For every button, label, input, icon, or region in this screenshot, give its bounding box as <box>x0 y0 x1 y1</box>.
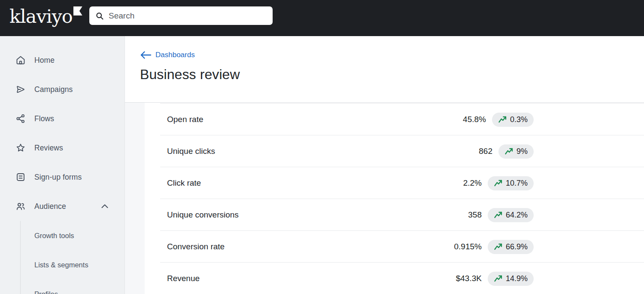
chevron-up-icon[interactable] <box>100 201 110 211</box>
trend-up-icon <box>504 147 513 156</box>
metric-row-unique-conversions[interactable]: Unique conversions 358 64.2% <box>145 199 644 231</box>
metric-row-revenue[interactable]: Revenue $43.3K 14.9% <box>145 263 644 294</box>
trend-badge: 14.9% <box>488 272 534 286</box>
trend-badge: 9% <box>498 144 534 159</box>
trend-change: 66.9% <box>506 242 528 251</box>
trend-badge: 64.2% <box>488 208 534 222</box>
top-bar: klaviyo <box>0 0 644 36</box>
search-box[interactable] <box>89 6 273 25</box>
flow-nodes-icon <box>15 113 26 124</box>
metric-label: Click rate <box>167 178 201 188</box>
metric-label: Open rate <box>167 115 204 124</box>
home-icon <box>15 55 26 65</box>
metric-row-conversion-rate[interactable]: Conversion rate 0.915% 66.9% <box>145 231 644 263</box>
metric-row-click-rate[interactable]: Click rate 2.2% 10.7% <box>145 167 644 199</box>
sidebar-item-label: Home <box>34 56 55 65</box>
metric-row-open-rate[interactable]: Open rate 45.8% 0.3% <box>145 104 644 135</box>
sidebar-item-lists-segments[interactable]: Lists & segments <box>21 250 125 279</box>
metrics-card: Open rate 45.8% 0.3% Unique clicks 862 <box>145 103 644 294</box>
metric-value: 45.8% <box>463 115 486 124</box>
sidebar-item-label: Flows <box>34 114 54 123</box>
sidebar-item-audience[interactable]: Audience <box>0 192 125 221</box>
sidebar-subitem-label: Growth tools <box>34 232 74 240</box>
sidebar-item-flows[interactable]: Flows <box>0 104 125 133</box>
trend-up-icon <box>494 274 503 283</box>
metric-value: 862 <box>479 147 492 156</box>
trend-change: 0.3% <box>510 115 528 124</box>
trend-change: 9% <box>516 147 528 156</box>
trend-up-icon <box>498 115 507 124</box>
page-title: Business review <box>140 67 644 83</box>
back-arrow-icon <box>140 51 152 59</box>
trend-badge: 66.9% <box>488 240 534 254</box>
trend-up-icon <box>494 179 503 187</box>
star-icon <box>15 143 26 153</box>
sidebar-subitem-label: Profiles <box>34 290 58 294</box>
sidebar-item-home[interactable]: Home <box>0 46 125 75</box>
users-icon <box>15 201 26 211</box>
klaviyo-flag-icon <box>73 6 82 15</box>
metric-label: Conversion rate <box>167 242 225 251</box>
sidebar-item-reviews[interactable]: Reviews <box>0 133 125 162</box>
sidebar-item-signup-forms[interactable]: Sign-up forms <box>0 162 125 192</box>
sidebar-item-label: Reviews <box>34 144 63 153</box>
metric-label: Unique clicks <box>167 147 215 156</box>
trend-change: 10.7% <box>506 179 528 188</box>
form-icon <box>15 172 26 182</box>
klaviyo-wordmark: klaviyo <box>9 4 73 28</box>
metric-value: 0.915% <box>454 242 482 251</box>
metric-value: 358 <box>468 210 482 220</box>
metric-label: Unique conversions <box>167 210 239 220</box>
back-to-dashboards-link[interactable]: Dashboards <box>140 51 195 59</box>
page-header: Dashboards Business review <box>125 36 644 103</box>
sidebar-item-label: Campaigns <box>34 85 73 94</box>
metric-value: $43.3K <box>456 274 482 283</box>
klaviyo-logo[interactable]: klaviyo <box>9 4 82 28</box>
trend-change: 14.9% <box>506 274 528 283</box>
metric-label: Revenue <box>167 274 200 283</box>
send-icon <box>15 84 26 95</box>
trend-change: 64.2% <box>506 211 528 220</box>
sidebar-item-label: Audience <box>34 202 66 211</box>
sidebar: Home Campaigns Flows Reviews <box>0 36 125 294</box>
search-input[interactable] <box>89 6 273 25</box>
sidebar-item-campaigns[interactable]: Campaigns <box>0 75 125 104</box>
trend-badge: 10.7% <box>488 176 534 190</box>
trend-badge: 0.3% <box>492 113 534 127</box>
search-icon <box>95 12 104 20</box>
sidebar-item-growth-tools[interactable]: Growth tools <box>21 221 125 250</box>
sidebar-item-profiles[interactable]: Profiles <box>21 279 125 294</box>
metric-value: 2.2% <box>463 178 482 188</box>
metric-row-unique-clicks[interactable]: Unique clicks 862 9% <box>145 135 644 167</box>
metrics-panel: Open rate 45.8% 0.3% Unique clicks 862 <box>125 103 644 294</box>
sidebar-item-label: Sign-up forms <box>34 173 82 182</box>
sidebar-subitem-label: Lists & segments <box>34 261 88 269</box>
trend-up-icon <box>494 242 503 251</box>
main-content: Dashboards Business review Open rate 45.… <box>125 36 644 294</box>
trend-up-icon <box>494 211 503 219</box>
audience-subnav: Growth tools Lists & segments Profiles <box>20 221 125 294</box>
breadcrumb: Dashboards <box>155 51 195 59</box>
